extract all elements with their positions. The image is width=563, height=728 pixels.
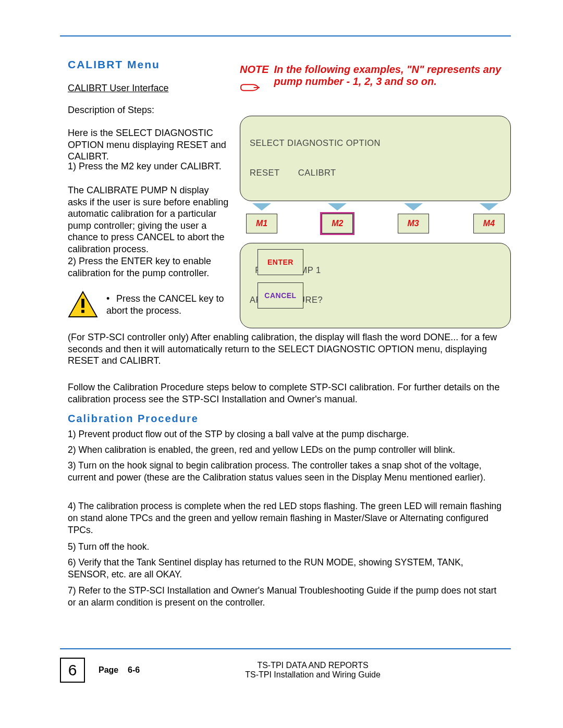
step-1: 1) Press the M2 key under CALIBRT.	[68, 161, 229, 172]
calib-step-1: 1) Prevent product flow out of the STP b…	[68, 428, 506, 440]
page-label: Page	[99, 665, 118, 674]
svg-rect-1	[81, 299, 84, 307]
bottom-divider	[60, 648, 511, 649]
arrow-down-icon	[480, 203, 498, 211]
lcd-display-1: SELECT DIAGNOSTIC OPTION RESET CALIBRT	[240, 116, 511, 201]
done-paragraph: (For STP-SCI controller only) After enab…	[68, 331, 506, 367]
svg-rect-2	[81, 310, 84, 313]
warning-icon	[68, 291, 98, 318]
description-label: Description of Steps:	[68, 104, 229, 116]
page-number: 6-6	[128, 665, 140, 674]
enter-key[interactable]: ENTER	[258, 249, 303, 275]
page-footer: 6 Page 6-6 TS-TPI DATA AND REPORTS TS-TP…	[60, 658, 511, 683]
calibrt-ui-label: CALIBRT User Interface	[68, 83, 168, 93]
top-divider	[60, 35, 511, 36]
step-2: 2) Press the ENTER key to enable calibra…	[68, 255, 229, 279]
calib-step-7: 7) Refer to the STP-SCI Installation and…	[68, 585, 506, 609]
calib-step-5: 5) Turn off the hook.	[68, 541, 506, 553]
arrow-down-icon	[404, 203, 423, 211]
footer-title-1: TS-TPI DATA AND REPORTS	[153, 661, 472, 670]
cancel-bullet: Press the CANCEL key to abort the proces…	[106, 293, 224, 316]
calib-step-4: 4) The calibration process is complete w…	[68, 500, 506, 536]
arrow-down-icon	[328, 203, 347, 211]
m4-key[interactable]: M4	[473, 214, 505, 233]
m1-key[interactable]: M1	[246, 214, 277, 233]
cancel-key[interactable]: CANCEL	[258, 282, 303, 309]
footer-title-2: TS-TPI Installation and Wiring Guide	[153, 670, 472, 680]
intro-paragraph: Here is the SELECT DIAGNOSTIC OPTION men…	[68, 127, 229, 163]
m2-key[interactable]: M2	[322, 214, 353, 233]
note-label: NOTE	[240, 64, 269, 76]
follow-paragraph: Follow the Calibration Procedure steps b…	[68, 381, 506, 405]
arrow-down-icon	[252, 203, 271, 211]
calib-step-3: 3) Turn on the hook signal to begin cali…	[68, 460, 506, 484]
lcd1-line2: RESET CALIBRT	[250, 168, 501, 178]
heading-calibration-procedure: Calibration Procedure	[68, 413, 506, 425]
chapter-number: 6	[60, 658, 85, 683]
calib-step-2: 2) When calibration is enabled, the gree…	[68, 444, 506, 456]
calibrate-paragraph: The CALIBRATE PUMP N display asks if the…	[68, 184, 229, 255]
heading-calibrt-menu: CALIBRT Menu	[68, 58, 229, 71]
m3-key[interactable]: M3	[398, 214, 429, 233]
pointing-hand-icon	[240, 80, 260, 95]
calib-step-6: 6) Verify that the Tank Sentinel display…	[68, 557, 506, 581]
lcd1-line1: SELECT DIAGNOSTIC OPTION	[250, 138, 501, 148]
note-text: In the following examples, "N" represent…	[274, 64, 511, 88]
